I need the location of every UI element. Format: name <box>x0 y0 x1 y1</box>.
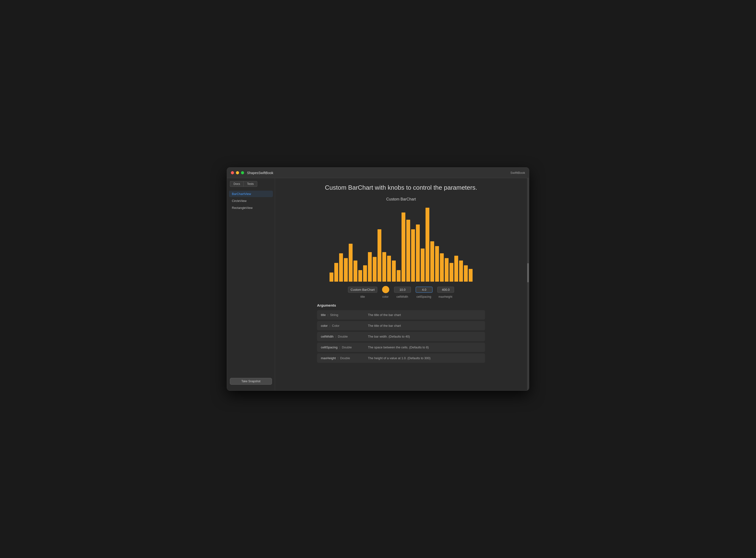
maximize-button[interactable] <box>241 171 244 174</box>
svg-rect-26 <box>454 256 458 282</box>
content-area[interactable]: Custom BarChart with knobs to control th… <box>275 178 527 390</box>
bar-chart <box>329 205 473 282</box>
chart-title: Custom BarChart <box>386 197 416 201</box>
chart-container: Custom BarChart <box>285 197 517 364</box>
close-button[interactable] <box>231 171 234 174</box>
arg-desc-maxheight: The height of a value at 1.0. (Defaults … <box>368 356 431 360</box>
controls-labels: title color cellWidth cellSpacing maxHei… <box>348 295 454 299</box>
label-cellwidth: cellWidth <box>394 295 411 299</box>
scrollbar-track[interactable] <box>527 178 529 390</box>
svg-rect-15 <box>401 212 406 282</box>
page-title: Custom BarChart with knobs to control th… <box>285 184 517 192</box>
take-snapshot-button[interactable]: Take Snapshot <box>230 378 272 385</box>
sidebar-item-rectangleview[interactable]: RectangleView <box>229 205 273 211</box>
titlebar: ShapesSwiftBook SwifttBook <box>227 168 529 178</box>
arg-name-title: title : String <box>321 313 364 317</box>
svg-rect-22 <box>435 246 439 282</box>
traffic-lights <box>231 171 244 174</box>
swiftbook-label: SwifttBook <box>511 171 525 175</box>
sidebar-nav: BarChartView CircleView RectangleView <box>227 191 275 375</box>
cell-width-input[interactable]: 10.0 <box>394 287 411 293</box>
scrollbar-thumb[interactable] <box>527 263 529 282</box>
svg-rect-3 <box>344 258 348 282</box>
svg-rect-7 <box>363 265 367 282</box>
svg-rect-6 <box>358 270 362 282</box>
svg-rect-25 <box>449 263 453 282</box>
label-maxheight: maxHeight <box>437 295 454 299</box>
minimize-button[interactable] <box>236 171 239 174</box>
bar-chart-svg <box>329 205 473 282</box>
svg-rect-4 <box>349 244 353 282</box>
arg-row-cellspacing: celllSpacing : Double The space between … <box>317 343 485 352</box>
svg-rect-28 <box>464 265 468 282</box>
sidebar-tabs: Docs Tests <box>227 181 275 187</box>
svg-rect-9 <box>373 257 376 282</box>
arg-name-maxheight: maxHeight : Double <box>321 356 364 360</box>
svg-rect-5 <box>354 260 357 282</box>
tab-docs[interactable]: Docs <box>230 181 243 187</box>
label-cellspacing: cellSpacing <box>415 295 432 299</box>
svg-rect-1 <box>334 263 338 282</box>
label-title: title <box>348 295 377 299</box>
sidebar-item-barchartview[interactable]: BarChartView <box>229 191 273 197</box>
svg-rect-14 <box>397 270 400 282</box>
svg-rect-20 <box>425 208 429 282</box>
app-name: ShapesSwiftBook <box>247 171 273 175</box>
svg-rect-2 <box>339 253 343 282</box>
svg-rect-17 <box>411 229 415 282</box>
svg-rect-29 <box>469 269 473 282</box>
arg-desc-cellspacing: The space between the cells. (Defaults t… <box>368 346 429 349</box>
svg-rect-19 <box>421 249 424 282</box>
controls-row: Custom BarChart 10.0 4.0 400.0 <box>348 286 454 293</box>
svg-rect-12 <box>387 256 391 282</box>
svg-rect-13 <box>392 260 396 282</box>
svg-rect-24 <box>445 258 448 282</box>
arg-name-cellwidth: cellWidth : Double <box>321 335 364 338</box>
svg-rect-18 <box>416 225 420 282</box>
svg-rect-10 <box>377 229 381 282</box>
arg-row-title: title : String The title of the bar char… <box>317 310 485 320</box>
svg-rect-27 <box>459 260 463 282</box>
sidebar: Docs Tests BarChartView CircleView Recta… <box>227 178 275 390</box>
arguments-section: Arguments title : String The title of th… <box>317 303 485 364</box>
svg-rect-0 <box>330 273 333 282</box>
arg-name-cellspacing: celllSpacing : Double <box>321 346 364 349</box>
max-height-input[interactable]: 400.0 <box>437 287 454 293</box>
arg-desc-cellwidth: The bar width. (Defaults to 40) <box>368 335 410 338</box>
sidebar-bottom: Take Snapshot <box>227 375 275 387</box>
title-control[interactable]: Custom BarChart <box>348 287 377 293</box>
arg-row-maxheight: maxHeight : Double The height of a value… <box>317 353 485 363</box>
label-color: color <box>382 295 389 299</box>
cell-spacing-input[interactable]: 4.0 <box>416 287 433 293</box>
arg-desc-title: The title of the bar chart <box>368 313 401 317</box>
svg-rect-11 <box>382 252 386 282</box>
arg-desc-color: The title of the bar chart <box>368 324 401 328</box>
svg-rect-16 <box>406 220 410 282</box>
app-window: ShapesSwiftBook SwifttBook Docs Tests Ba… <box>227 167 529 391</box>
arg-name-color: color : Color <box>321 324 364 328</box>
arguments-title: Arguments <box>317 303 485 307</box>
svg-rect-23 <box>440 253 444 282</box>
color-knob[interactable] <box>382 286 389 293</box>
svg-rect-21 <box>430 241 434 282</box>
tab-tests[interactable]: Tests <box>243 181 257 187</box>
arg-row-cellwidth: cellWidth : Double The bar width. (Defau… <box>317 332 485 341</box>
main-layout: Docs Tests BarChartView CircleView Recta… <box>227 178 529 390</box>
sidebar-item-circleview[interactable]: CircleView <box>229 198 273 204</box>
arg-row-color: color : Color The title of the bar chart <box>317 321 485 330</box>
svg-rect-8 <box>368 252 372 282</box>
